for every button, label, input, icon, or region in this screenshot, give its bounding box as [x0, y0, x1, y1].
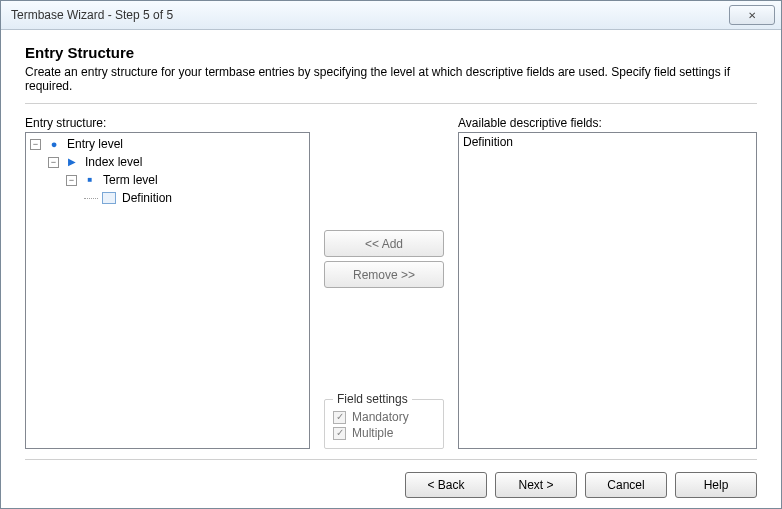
mandatory-label: Mandatory	[352, 410, 409, 424]
wizard-footer: < Back Next > Cancel Help	[25, 468, 757, 498]
page-subtext: Create an entry structure for your termb…	[25, 65, 757, 93]
close-button[interactable]: ✕	[729, 5, 775, 25]
collapse-toggle-icon[interactable]: −	[66, 175, 77, 186]
field-settings-group: Field settings ✓ Mandatory ✓ Multiple	[324, 399, 444, 449]
middle-controls-column: << Add Remove >> Field settings ✓ Mandat…	[324, 116, 444, 449]
add-button-label: << Add	[365, 237, 403, 251]
multiple-label: Multiple	[352, 426, 393, 440]
cancel-button[interactable]: Cancel	[585, 472, 667, 498]
back-button[interactable]: < Back	[405, 472, 487, 498]
tree-node-index-level[interactable]: − ▶ Index level	[30, 153, 305, 171]
columns: Entry structure: − ● Entry level − ▶ Ind…	[25, 116, 757, 449]
tree-connector-icon	[84, 198, 98, 199]
wizard-body: Entry Structure Create an entry structur…	[1, 30, 781, 508]
mandatory-checkbox-row: ✓ Mandatory	[333, 410, 435, 424]
page-heading: Entry Structure	[25, 44, 757, 61]
remove-button[interactable]: Remove >>	[324, 261, 444, 288]
remove-button-label: Remove >>	[353, 268, 415, 282]
collapse-toggle-icon[interactable]: −	[48, 157, 59, 168]
entry-structure-column: Entry structure: − ● Entry level − ▶ Ind…	[25, 116, 310, 449]
available-fields-list[interactable]: Definition	[458, 132, 757, 449]
tree-node-label: Entry level	[67, 135, 123, 153]
divider-top	[25, 103, 757, 104]
tree-node-label: Index level	[85, 153, 142, 171]
multiple-checkbox-row: ✓ Multiple	[333, 426, 435, 440]
tree-node-definition[interactable]: Definition	[30, 189, 305, 207]
add-button[interactable]: << Add	[324, 230, 444, 257]
window-title: Termbase Wizard - Step 5 of 5	[11, 8, 729, 22]
entry-level-icon: ●	[47, 137, 61, 151]
mandatory-checkbox: ✓	[333, 411, 346, 424]
wizard-window: Termbase Wizard - Step 5 of 5 ✕ Entry St…	[0, 0, 782, 509]
index-level-icon: ▶	[65, 155, 79, 169]
titlebar: Termbase Wizard - Step 5 of 5 ✕	[1, 1, 781, 30]
term-level-icon: ■	[83, 173, 97, 187]
tree-node-entry-level[interactable]: − ● Entry level	[30, 135, 305, 153]
list-item[interactable]: Definition	[463, 135, 752, 149]
tree-node-label: Definition	[122, 189, 172, 207]
tree-node-term-level[interactable]: − ■ Term level	[30, 171, 305, 189]
multiple-checkbox: ✓	[333, 427, 346, 440]
divider-bottom	[25, 459, 757, 460]
available-fields-column: Available descriptive fields: Definition	[458, 116, 757, 449]
field-settings-legend: Field settings	[333, 392, 412, 406]
available-fields-label: Available descriptive fields:	[458, 116, 757, 130]
tree-node-label: Term level	[103, 171, 158, 189]
close-icon: ✕	[748, 10, 756, 21]
entry-structure-label: Entry structure:	[25, 116, 310, 130]
next-button[interactable]: Next >	[495, 472, 577, 498]
definition-field-icon	[102, 191, 116, 205]
entry-structure-tree[interactable]: − ● Entry level − ▶ Index level − ■	[25, 132, 310, 449]
help-button[interactable]: Help	[675, 472, 757, 498]
collapse-toggle-icon[interactable]: −	[30, 139, 41, 150]
